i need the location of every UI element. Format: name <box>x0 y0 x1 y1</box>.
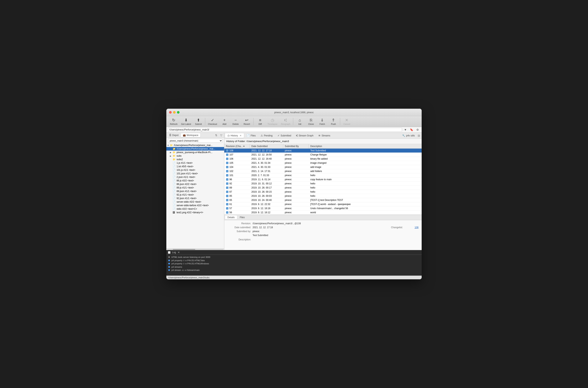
svg-text:↓: ↓ <box>227 162 228 164</box>
maximize-button[interactable] <box>177 111 180 114</box>
depot-label: Depot <box>172 134 179 137</box>
clone-button[interactable]: ⎘ Clone <box>306 117 317 126</box>
tree-item-subs2[interactable]: 📁 subs2 <box>166 158 224 161</box>
tree-item-86json[interactable]: 📄 86.json #2/2 <text> <box>166 182 224 186</box>
tree-item-server-stdio-before[interactable]: 📄 server-stdio-before #2/2 <text> <box>166 204 224 207</box>
tab-files[interactable]: 📄 Files <box>244 133 258 138</box>
cancel-button[interactable]: ✕ Cancel <box>341 117 352 126</box>
table-row[interactable]: ↓ 101 2020. 2. 7. 01:33 pineoc hello <box>224 173 422 177</box>
path-settings-button[interactable]: ⚙ <box>415 128 420 132</box>
tree-item-89json[interactable]: 📄 89.json #1/1 <text> <box>166 190 224 193</box>
tab-p4v-utils[interactable]: 🔧 p4v utils <box>400 133 417 138</box>
revision-icon: ↓ <box>226 166 229 169</box>
table-row[interactable]: ↓ 106 2021. 12. 12. 16:40 pineoc binary … <box>224 157 422 161</box>
submit-button[interactable]: ⬆ Submit <box>193 117 204 126</box>
scrollbar-thumb[interactable] <box>173 249 195 250</box>
table-row[interactable]: ↓ 57 2019. 9. 12. 16:16 pineoc Undo //st… <box>224 206 422 211</box>
refresh-button[interactable]: ↻ Refresh <box>168 117 179 126</box>
tree-item-root[interactable]: ▼ 📁 /Users/pineoc/Perforce/pineoc_mai... <box>166 144 224 147</box>
table-row[interactable]: ↓ 105 2021. 4. 30. 01:34 pineoc image ch… <box>224 161 422 165</box>
tree-item-92json[interactable]: 📄 92.json #1/1 <text> <box>166 196 224 200</box>
path-dropdown-button[interactable]: ▼ <box>403 128 408 132</box>
close-button[interactable] <box>169 111 172 114</box>
log-text: p4 streams <box>171 265 182 269</box>
svg-text:↓: ↓ <box>227 174 228 176</box>
refresh-icon: ↻ <box>172 118 175 122</box>
tree-item-101js[interactable]: 📄 101.js #1/1 <text> <box>166 168 224 172</box>
th-revision[interactable]: Revision (Cha... ▾ <box>224 144 250 148</box>
log-panel: Log ✕ HTML tools server listening on por… <box>166 250 422 276</box>
diff-button[interactable]: ≡ Diff <box>255 117 266 126</box>
tree-item-subs[interactable]: ▶ 📁 subs <box>166 154 224 158</box>
timelapse-button[interactable]: ◷ Timelapse <box>266 117 279 126</box>
filter-icon[interactable]: ▽ <box>219 133 223 137</box>
table-row[interactable]: ↓ 61 2019. 9. 12. 22:32 pineoc [TEST-2] … <box>224 202 422 206</box>
table-row[interactable]: ↓ 65 2019. 10. 24. 00:40 pineoc [TEST-1]… <box>224 198 422 202</box>
description-title: Test Submitted <box>252 234 419 237</box>
path-input[interactable] <box>168 128 402 132</box>
tree-item-86js[interactable]: 📄 86.js #2/2 <text> <box>166 179 224 182</box>
tab-workspace[interactable]: 💼 Workspace <box>181 133 200 137</box>
get-latest-button[interactable]: ⬇ Get Latest <box>180 117 193 126</box>
right-tabs: ◷ History ✕ 📄 Files ⚠ Pending ✓ Submitte… <box>224 133 422 139</box>
delete-button[interactable]: − Delete <box>230 117 241 126</box>
detail-tab-files[interactable]: Files <box>237 216 247 219</box>
table-row[interactable]: ↓ 107 2021. 12. 12. 16:50 pineoc Change … <box>224 153 422 157</box>
table-row[interactable]: ↓ 104 2021. 4. 30. 01:33 pineoc add imag… <box>224 165 422 169</box>
init-button[interactable]: ⌂ Init <box>294 117 305 126</box>
collapse-panel-button[interactable]: ⊟ <box>417 134 421 137</box>
th-submitted-by[interactable]: Submitted By <box>283 144 309 148</box>
detail-content: Revision: /Users/pineoc/Perforce/pineoc_… <box>224 220 422 244</box>
tab-stream-graph[interactable]: ⑆ Stream Graph <box>294 133 316 138</box>
fetch-label: Fetch <box>319 123 325 125</box>
changelist-value[interactable]: 108 <box>415 226 419 229</box>
table-row[interactable]: ↓ 89 2019. 10. 28. 00:17 pineoc hello <box>224 186 422 190</box>
checkout-button[interactable]: ✓ Checkout <box>206 117 219 126</box>
table-row[interactable]: ↓ 102 2021. 2. 14. 17:31 pineoc add fold… <box>224 169 422 173</box>
th-date[interactable]: Date Submitted <box>250 144 283 148</box>
tab-pending[interactable]: ⚠ Pending <box>258 133 275 138</box>
table-row[interactable]: ↓ 108 2021. 12. 12. 17:18 pineoc Test Su… <box>224 149 422 153</box>
push-button[interactable]: ⇑ Push <box>328 117 339 126</box>
tree-item-2json[interactable]: 📄 2.json #1/1 <text> <box>166 175 224 179</box>
table-row[interactable]: ↓ 92 2019. 10. 31. 00:12 pineoc hello <box>224 182 422 186</box>
detail-tab-details[interactable]: Details <box>225 216 237 219</box>
tree-item-89js[interactable]: 📄 89.js #1/1 <text> <box>166 186 224 190</box>
file-tree: ▼ 📁 /Users/pineoc/Perforce/pineoc_mai...… <box>166 144 224 248</box>
tree-item-test1png[interactable]: 🖼 test1.png #2/2 <binary+l> <box>166 211 224 214</box>
history-tab-close[interactable]: ✕ <box>240 134 242 137</box>
minimize-button[interactable] <box>173 111 176 114</box>
stream-select[interactable]: pineoc_main3 (//stream/main) <box>168 139 223 143</box>
svg-text:↓: ↓ <box>227 199 228 201</box>
tab-depot[interactable]: 🗄 Depot <box>167 133 181 137</box>
tree-item-server-stdio[interactable]: 📄 server-stdio #2/2 <text> <box>166 200 224 204</box>
tab-streams[interactable]: ≋ Streams <box>316 133 333 138</box>
revgraph-button[interactable]: ⑆ Revgraph <box>279 117 292 126</box>
sort-icon[interactable]: ⇅ <box>214 133 218 137</box>
revert-button[interactable]: ↩ Revert <box>241 117 252 126</box>
table-row[interactable]: ↓ 56 2019. 9. 12. 16:12 pineoc world <box>224 211 422 215</box>
log-content: HTML tools server listening on port 3000… <box>166 255 422 276</box>
tree-item-pineoc-iyunseog[interactable]: ▶ 📁 pineoc_iyunseog-ui-MacBook-Pr... <box>166 150 224 154</box>
tab-submitted[interactable]: ✓ Submitted <box>275 133 294 138</box>
tree-item-101json[interactable]: 📄 101.json #1/1 <text> <box>166 172 224 175</box>
tree-label-101json: 101.json #1/1 <text> <box>177 172 198 175</box>
tree-item-stdio[interactable]: 📄 stdio #2/2 <text+C> <box>166 207 224 211</box>
log-close-button[interactable]: ✕ <box>178 251 180 254</box>
th-description[interactable]: Description <box>309 144 422 148</box>
table-row[interactable]: ↓ 96 2019. 11. 6. 01:14 pineoc copy feat… <box>224 177 422 182</box>
fetch-button[interactable]: ⇓ Fetch <box>317 117 328 126</box>
tab-history[interactable]: ◷ History ✕ <box>225 133 244 138</box>
tree-label-subs: subs <box>177 154 181 157</box>
tree-item-selected[interactable]: 📁 /Users/pineoc/Perforce/pineoc_mai... <box>166 147 224 150</box>
path-bookmark-button[interactable]: 🔖 <box>409 128 414 132</box>
horizontal-scrollbar[interactable] <box>166 248 224 250</box>
history-folder-title: History of Folder: /Users/pineoc/Perforc… <box>224 139 422 144</box>
log-checkbox[interactable] <box>168 251 170 254</box>
table-row[interactable]: ↓ 87 2019. 10. 28. 00:15 pineoc hello <box>224 190 422 194</box>
table-row[interactable]: ↓ 85 2019. 10. 28. 00:03 pineoc hello <box>224 194 422 198</box>
add-button[interactable]: + Add <box>219 117 230 126</box>
tree-item-92js[interactable]: 📄 92.js #1/1 <text> <box>166 193 224 196</box>
tree-item-1txt[interactable]: 📄 1.txt #5/5 <text> <box>166 165 224 168</box>
tree-item-1js[interactable]: 📄 1.js #1/1 <text> <box>166 161 224 165</box>
